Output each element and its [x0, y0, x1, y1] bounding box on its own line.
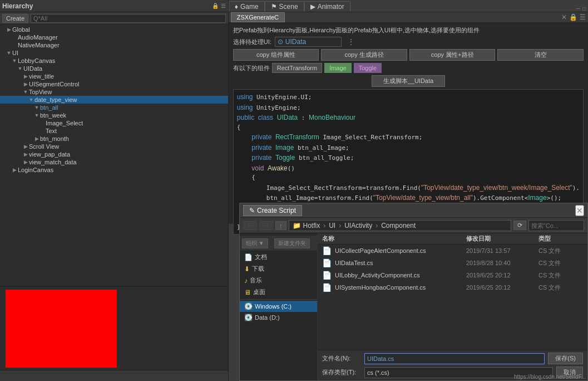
nav-up-button[interactable]: ↑	[275, 221, 286, 230]
zsx-lock-icon[interactable]: 🔒	[569, 13, 577, 21]
maximize-icon[interactable]: □	[582, 6, 586, 12]
cs-file-icon-2: 📄	[322, 258, 332, 267]
sidebar-folder-music[interactable]: ♪ 音乐	[240, 275, 317, 286]
tree-item-uidata[interactable]: ▼UIData	[0, 65, 228, 72]
zsx-dot-button[interactable]: ⋮	[347, 37, 355, 46]
dialog-sidebar: 组织 ▼ 新建文件夹 📄 文档 ⬇ 下载 ♪ 音乐	[240, 233, 318, 380]
toggle-button[interactable]: Toggle	[354, 63, 382, 73]
tree-item-ui[interactable]: ▼UI	[0, 49, 228, 57]
nav-forward-button[interactable]: →	[259, 221, 273, 230]
zsx-desc-text: 把Prefab拖到Hierarchy面板,Hierarchy面板的Prefab拖…	[233, 26, 480, 35]
tree-item-view-title[interactable]: ▶view_title	[0, 72, 228, 80]
copy-component-button[interactable]: copy 组件属性	[233, 49, 319, 61]
dialog-search-input[interactable]	[528, 220, 584, 231]
tree-item-uisegmentcontrol[interactable]: ▶UISegmentControl	[0, 80, 228, 88]
path-part-2[interactable]: UI	[329, 222, 335, 229]
zsx-generate-row: 生成脚本__UIData	[233, 75, 584, 87]
path-part-1[interactable]: Hotfix	[303, 222, 320, 229]
hierarchy-create-button[interactable]: Create	[2, 14, 28, 23]
zsx-component-row: 有以下的组件 RectTransform Image Toggle	[233, 63, 584, 73]
scene-icon: ⚑	[271, 3, 277, 11]
cs-file-icon-4: 📄	[322, 283, 332, 292]
sidebar-folder-windows[interactable]: 💽 Windows (C:)	[240, 301, 317, 312]
has-component-label: 有以下的组件	[233, 64, 270, 72]
data-drive-icon: 💽	[244, 314, 253, 321]
new-folder-button[interactable]: 新建文件夹	[274, 238, 310, 248]
tree-item-view-match-data[interactable]: ▶view_match_data	[0, 158, 228, 166]
tree-item-nativemanager[interactable]: NativeManager	[0, 41, 228, 49]
tab-game[interactable]: ♦ Game	[229, 1, 265, 12]
path-part-3[interactable]: UIActivity	[344, 222, 372, 229]
zsx-header: ZSXGenerateC ✕ 🔒 ☰	[229, 12, 588, 23]
tree-item-view-pap-data[interactable]: ▶view_pap_data	[0, 150, 228, 158]
tree-item-date-type-view[interactable]: ▼date_type_view	[0, 96, 228, 104]
hierarchy-menu-icon[interactable]: ☰	[221, 3, 226, 9]
minimize-icon[interactable]: ─	[576, 6, 580, 12]
animator-icon: ▶	[310, 3, 315, 11]
tab-controls: ─ □	[574, 6, 588, 12]
dialog-script-icon: ✎	[249, 207, 255, 214]
tree-item-global[interactable]: ▶Global	[0, 26, 228, 33]
watermark-text: https://blog.csdn.net/SendF...	[514, 374, 586, 380]
filetype-label: 保存类型(T):	[322, 368, 361, 377]
game-icon: ♦	[235, 3, 238, 11]
copy-generate-button[interactable]: copy 生成路径	[321, 49, 407, 61]
tree-item-btn-all[interactable]: ▼btn_all	[0, 104, 228, 111]
breadcrumb-path: 📁 Hotfix › UI › UIActivity › Component	[289, 220, 512, 231]
sidebar-folder-downloads[interactable]: ⬇ 下载	[240, 263, 317, 275]
hierarchy-search-input[interactable]	[31, 14, 226, 23]
file-list: 📄 UICollectPageAlertComponent.cs 2019/7/…	[318, 245, 587, 350]
tree-item-audiomanager[interactable]: AudioManager	[0, 33, 228, 41]
refresh-button[interactable]: ⟳	[513, 221, 526, 230]
lock-icon[interactable]: 🔒	[212, 3, 219, 9]
nav-back-button[interactable]: ←	[243, 221, 257, 230]
top-tabs: ♦ Game ⚑ Scene ▶ Animator ─ □	[229, 0, 588, 12]
zsx-menu-icon[interactable]: ☰	[580, 13, 586, 21]
zsx-ui-selector[interactable]: ⊙ UIData	[275, 37, 342, 47]
zsx-close-icon[interactable]: ✕	[561, 13, 567, 21]
file-item-1[interactable]: 📄 UICollectPageAlertComponent.cs 2019/7/…	[318, 245, 587, 257]
file-list-header: 名称 修改日期 类型	[318, 233, 587, 245]
generate-script-button[interactable]: 生成脚本__UIData	[372, 75, 445, 87]
dialog-title-tab[interactable]: ✎ Create Script	[243, 205, 302, 216]
documents-icon: 📄	[244, 253, 253, 261]
tab-scene[interactable]: ⚑ Scene	[265, 1, 304, 12]
organize-button[interactable]: 组织 ▼	[242, 238, 268, 248]
file-item-4[interactable]: 📄 UISystemHongbaoComponent.cs 2019/6/25 …	[318, 281, 587, 294]
copy-property-button[interactable]: copy 属性+路径	[409, 49, 496, 61]
clear-button[interactable]: 清空	[497, 49, 584, 61]
filename-label: 文件名(N):	[322, 354, 361, 363]
hierarchy-toolbar: Create	[0, 12, 228, 25]
save-button[interactable]: 保存(S)	[548, 353, 583, 364]
path-part-4[interactable]: Component	[381, 222, 416, 229]
dialog-title-label: Create Script	[257, 207, 296, 214]
music-icon: ♪	[244, 277, 248, 285]
hierarchy-panel: Hierarchy 🔒 ☰ Create ▶Global AudioManage…	[0, 0, 229, 381]
tree-item-topview[interactable]: ▼TopView	[0, 88, 228, 96]
scroll-view-label: Scroll View	[29, 143, 59, 150]
tree-item-logincanvas[interactable]: ▶LoginCanvas	[0, 166, 228, 174]
tree-item-scroll-view[interactable]: ▶Scroll View	[0, 143, 228, 150]
tree-item-btn-week[interactable]: ▼btn_week	[0, 111, 228, 119]
dialog-header: ✎ Create Script ✕	[240, 203, 587, 218]
col-date-header: 修改日期	[466, 235, 538, 243]
zsx-tab[interactable]: ZSXGenerateC	[231, 12, 285, 22]
tree-item-image-select[interactable]: Image_Select	[0, 119, 228, 127]
file-item-2[interactable]: 📄 UIDataTest.cs 2019/8/28 10:40 CS 文件	[318, 257, 587, 269]
tab-scene-label: Scene	[279, 3, 298, 11]
file-item-3[interactable]: 📄 UILobby_ActivityComponent.cs 2019/6/25…	[318, 269, 587, 281]
col-name-header: 名称	[322, 235, 466, 243]
sidebar-folder-desktop[interactable]: 🖥 桌面	[240, 286, 317, 298]
filename-row: 文件名(N): 保存(S)	[322, 353, 583, 364]
image-button[interactable]: Image	[324, 63, 352, 73]
filename-input[interactable]	[364, 353, 545, 364]
dialog-close-button[interactable]: ✕	[575, 205, 584, 216]
tab-animator[interactable]: ▶ Animator	[304, 1, 350, 12]
downloads-icon: ⬇	[244, 265, 250, 273]
tree-item-text[interactable]: Text	[0, 127, 228, 135]
sidebar-folder-data[interactable]: 💽 Data (D:)	[240, 312, 317, 323]
tree-item-lobbycanvas[interactable]: ▼LobbyCanvas	[0, 57, 228, 65]
rect-transform-button[interactable]: RectTransform	[272, 63, 322, 73]
tree-item-btn-month[interactable]: ▶btn_month	[0, 135, 228, 143]
sidebar-folder-documents[interactable]: 📄 文档	[240, 251, 317, 263]
